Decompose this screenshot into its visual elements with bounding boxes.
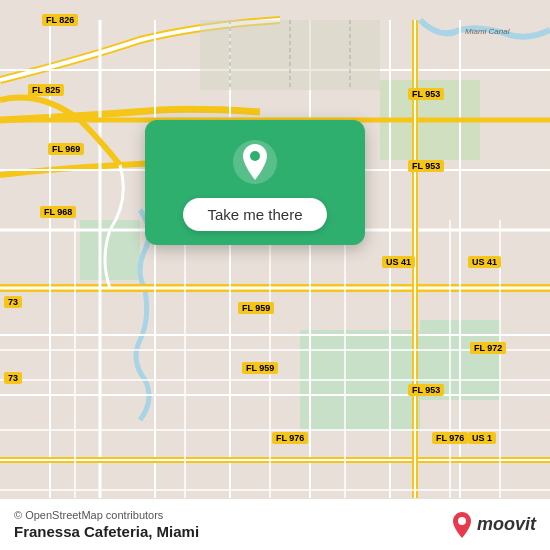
map-svg: Miami Canal	[0, 0, 550, 550]
svg-point-8	[250, 151, 260, 161]
bottom-left: © OpenStreetMap contributors Franessa Ca…	[14, 509, 199, 540]
route-label-fl959b: FL 959	[242, 362, 278, 374]
moovit-text: moovit	[477, 514, 536, 535]
moovit-logo: moovit	[451, 511, 536, 539]
route-label-fl826: FL 826	[42, 14, 78, 26]
svg-text:Miami Canal: Miami Canal	[465, 27, 510, 36]
take-me-there-button[interactable]: Take me there	[183, 198, 326, 231]
moovit-pin-icon	[451, 511, 473, 539]
route-label-fl825: FL 825	[28, 84, 64, 96]
route-label-973b: 73	[4, 372, 22, 384]
route-label-fl953c: FL 953	[408, 384, 444, 396]
location-name: Franessa Cafeteria, Miami	[14, 523, 199, 540]
route-label-fl953b: FL 953	[408, 160, 444, 172]
route-label-fl959a: FL 959	[238, 302, 274, 314]
route-label-fl953a: FL 953	[408, 88, 444, 100]
route-label-us1: US 1	[468, 432, 496, 444]
location-card: Take me there	[145, 120, 365, 245]
route-label-us41a: US 41	[382, 256, 415, 268]
route-label-fl976b: FL 976	[432, 432, 468, 444]
location-pin-icon	[231, 138, 279, 186]
route-label-fl976a: FL 976	[272, 432, 308, 444]
route-label-fl968: FL 968	[40, 206, 76, 218]
route-label-973a: 73	[4, 296, 22, 308]
route-label-fl972: FL 972	[470, 342, 506, 354]
route-label-fl969: FL 969	[48, 143, 84, 155]
osm-attribution: © OpenStreetMap contributors	[14, 509, 199, 521]
svg-point-9	[458, 517, 466, 525]
map-container: Miami Canal FL 826 FL 825 FL 969 FL 953 …	[0, 0, 550, 550]
bottom-bar: © OpenStreetMap contributors Franessa Ca…	[0, 498, 550, 550]
route-label-us41b: US 41	[468, 256, 501, 268]
